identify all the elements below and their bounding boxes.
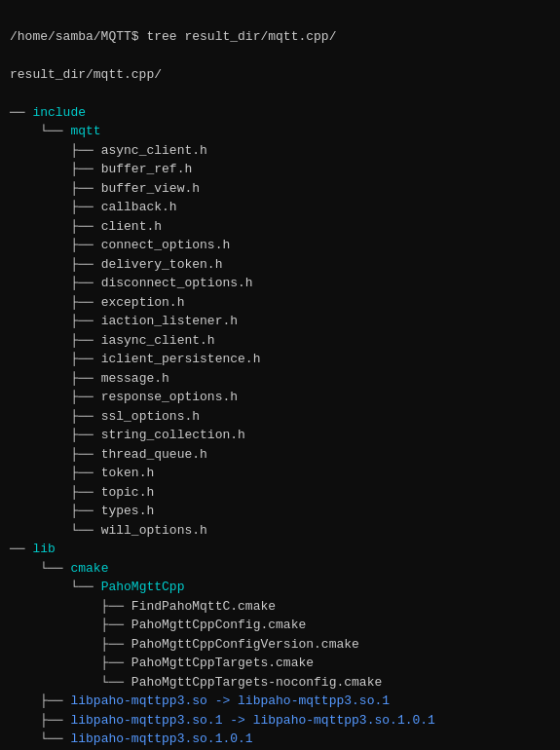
tree-item: ├── buffer_ref.h <box>10 162 192 176</box>
tree-item: └── PahoMgttCppTargets-noconfig.cmake <box>10 675 382 690</box>
tree-item: ├── iclient_persistence.h <box>10 352 260 366</box>
tree-item: ├── types.h <box>10 504 154 518</box>
tree-item: ├── libpaho-mqttpp3.so -> libpaho-mqttpp… <box>10 694 390 708</box>
tree-item: └── mqtt <box>10 124 101 138</box>
tree-item: ├── response_options.h <box>10 390 238 404</box>
tree-item: ├── string_collection.h <box>10 428 245 442</box>
tree-item: ├── client.h <box>10 219 162 234</box>
tree-item: ├── iaction_listener.h <box>10 314 238 328</box>
tree-item: ├── token.h <box>10 466 154 480</box>
terminal-window: /home/samba/MQTT$ tree result_dir/mqtt.c… <box>10 8 550 750</box>
tree-item: ├── libpaho-mqttpp3.so.1 -> libpaho-mqtt… <box>10 713 435 728</box>
tree-item: ├── PahoMgttCppConfig.cmake <box>10 618 306 632</box>
root-line: result_dir/mqtt.cpp/ <box>10 67 162 82</box>
tree-item: ├── message.h <box>10 371 169 386</box>
tree-item: └── will_options.h <box>10 523 207 538</box>
tree-item: ├── async_client.h <box>10 143 207 158</box>
tree-item: ├── iasync_client.h <box>10 333 215 348</box>
tree-item: ├── delivery_token.h <box>10 257 222 272</box>
tree-output: ── include └── mqtt ├── async_client.h ├… <box>10 105 435 747</box>
tree-item: ├── PahoMgttCppConfigVersion.cmake <box>10 637 359 652</box>
tree-item: └── PahoMgttCpp <box>10 580 184 594</box>
tree-item: ├── disconnect_options.h <box>10 276 253 290</box>
tree-item: ├── PahoMgttCppTargets.cmake <box>10 656 314 670</box>
tree-item: ── include <box>10 105 86 120</box>
tree-item: ── lib <box>10 542 56 556</box>
tree-item: ├── callback.h <box>10 200 177 214</box>
tree-item: ├── exception.h <box>10 295 184 310</box>
tree-item: ├── connect_options.h <box>10 238 230 252</box>
tree-item: ├── thread_queue.h <box>10 447 207 462</box>
tree-item: └── cmake <box>10 561 108 576</box>
tree-item: ├── topic.h <box>10 485 154 500</box>
tree-item: ├── FindPahoMqttC.cmake <box>10 599 276 614</box>
tree-item: ├── buffer_view.h <box>10 181 200 196</box>
prompt-line: /home/samba/MQTT$ tree result_dir/mqtt.c… <box>10 29 336 44</box>
tree-item: └── libpaho-mqttpp3.so.1.0.1 <box>10 731 253 746</box>
tree-item: ├── ssl_options.h <box>10 409 200 424</box>
